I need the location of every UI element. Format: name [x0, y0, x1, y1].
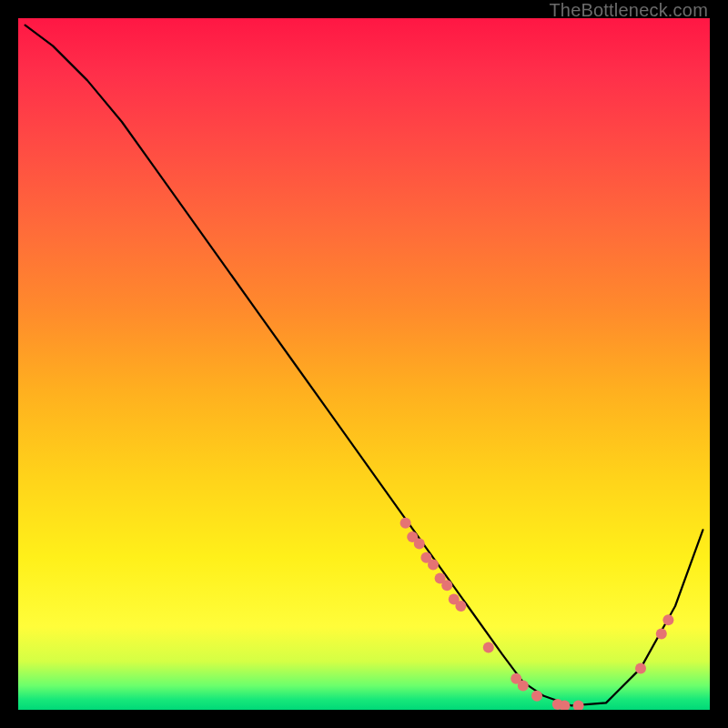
data-point	[511, 673, 521, 684]
data-point	[400, 518, 411, 529]
data-point	[441, 580, 452, 591]
curve-line	[25, 25, 703, 706]
data-point	[559, 700, 570, 710]
data-point	[531, 691, 542, 702]
data-point	[435, 573, 446, 584]
data-point	[455, 601, 466, 612]
chart-container: TheBottleneck.com	[0, 0, 728, 728]
data-point	[573, 700, 584, 710]
data-point	[662, 614, 673, 625]
data-point	[552, 699, 563, 710]
data-point	[635, 662, 646, 673]
data-point	[483, 642, 494, 653]
data-point	[656, 628, 667, 639]
chart-svg	[18, 18, 710, 710]
data-points	[400, 518, 674, 710]
data-point	[414, 539, 425, 550]
data-point	[420, 552, 431, 563]
curve-path	[25, 25, 703, 706]
data-point	[449, 593, 460, 604]
data-point	[428, 559, 439, 570]
plot-area	[18, 18, 710, 710]
data-point	[407, 531, 418, 542]
data-point	[518, 680, 529, 691]
